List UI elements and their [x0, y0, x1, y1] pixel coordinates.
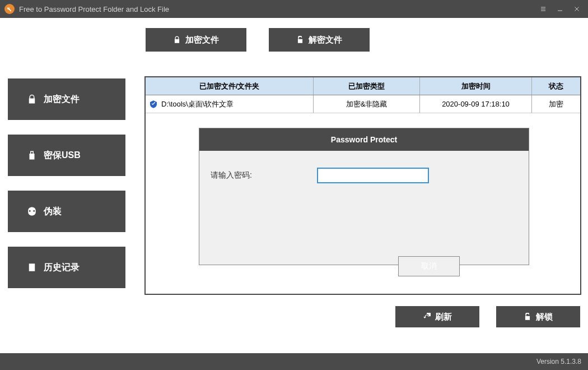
sidebar: 加密文件 密保USB 伪装 历史记录: [8, 78, 125, 288]
history-icon: [27, 262, 37, 272]
unlock-label: 解锁: [536, 312, 553, 322]
encrypt-file-button[interactable]: 加密文件: [146, 28, 246, 52]
mask-icon: [27, 206, 37, 216]
unlock-button[interactable]: 解锁: [496, 306, 580, 327]
password-row: 请输入密码:: [211, 168, 517, 183]
footer-actions: 刷新 解锁: [395, 306, 580, 327]
col-header-type[interactable]: 已加密类型: [314, 77, 420, 95]
unlock-icon: [524, 313, 531, 321]
col-header-status[interactable]: 状态: [532, 77, 580, 95]
cell-path: D:\tools\桌面\软件文章: [146, 95, 314, 113]
cell-path-text: D:\tools\桌面\软件文章: [161, 99, 234, 109]
password-dialog: Password Protect 请输入密码: 解锁 取消: [199, 128, 529, 265]
usb-icon: [27, 150, 37, 160]
cell-time: 2020-09-09 17:18:10: [420, 95, 532, 113]
cell-type: 加密&非隐藏: [314, 95, 420, 113]
titlebar: Free to Password Protect Folder and Lock…: [0, 0, 588, 18]
dialog-title: Password Protect: [199, 128, 529, 151]
decrypt-file-button[interactable]: 解密文件: [269, 28, 370, 52]
password-label: 请输入密码:: [211, 170, 295, 181]
refresh-button[interactable]: 刷新: [395, 306, 479, 327]
window-title: Free to Password Protect Folder and Lock…: [19, 5, 533, 13]
decrypt-label: 解密文件: [309, 35, 342, 45]
minimize-button[interactable]: [553, 2, 567, 16]
shield-icon: [149, 100, 158, 109]
password-input[interactable]: [317, 168, 429, 183]
cell-status: 加密: [532, 95, 580, 113]
sidebar-item-usb[interactable]: 密保USB: [8, 135, 125, 176]
lock-icon: [173, 36, 181, 44]
version-bar: Version 5.1.3.8: [0, 353, 588, 370]
app-icon: [4, 4, 15, 14]
refresh-label: 刷新: [435, 312, 452, 322]
lock-icon: [27, 94, 37, 104]
sidebar-item-label: 历史记录: [44, 262, 80, 274]
dialog-cancel-button[interactable]: 取消: [398, 256, 460, 276]
version-text: Version 5.1.3.8: [536, 358, 581, 366]
top-actions: 加密文件 解密文件: [0, 18, 588, 62]
menu-icon[interactable]: [536, 2, 550, 16]
table-header: 已加密文件/文件夹 已加密类型 加密时间 状态: [146, 77, 580, 95]
sidebar-item-disguise[interactable]: 伪装: [8, 191, 125, 232]
sidebar-item-label: 伪装: [44, 206, 62, 218]
sidebar-item-history[interactable]: 历史记录: [8, 247, 125, 288]
close-button[interactable]: [570, 2, 584, 16]
col-header-time[interactable]: 加密时间: [420, 77, 532, 95]
table-row[interactable]: D:\tools\桌面\软件文章 加密&非隐藏 2020-09-09 17:18…: [146, 95, 580, 113]
sidebar-item-label: 密保USB: [44, 150, 81, 161]
dialog-body: 请输入密码: 解锁 取消: [199, 151, 529, 223]
encrypt-label: 加密文件: [185, 35, 219, 45]
sidebar-item-encrypt[interactable]: 加密文件: [8, 78, 125, 120]
sidebar-item-label: 加密文件: [44, 94, 80, 105]
refresh-icon: [423, 313, 431, 321]
unlock-icon: [296, 36, 304, 44]
col-header-path[interactable]: 已加密文件/文件夹: [146, 77, 314, 95]
